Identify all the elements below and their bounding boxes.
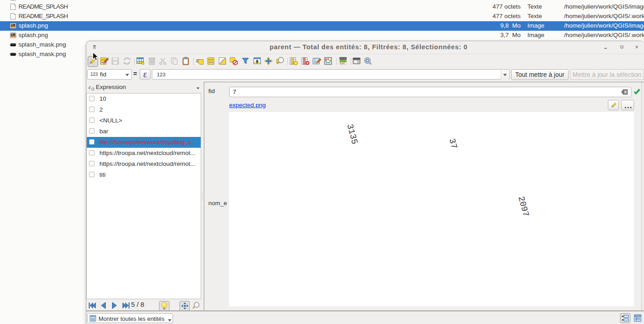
svg-text:ε: ε (89, 84, 91, 90)
svg-text:ε: ε (196, 56, 199, 64)
